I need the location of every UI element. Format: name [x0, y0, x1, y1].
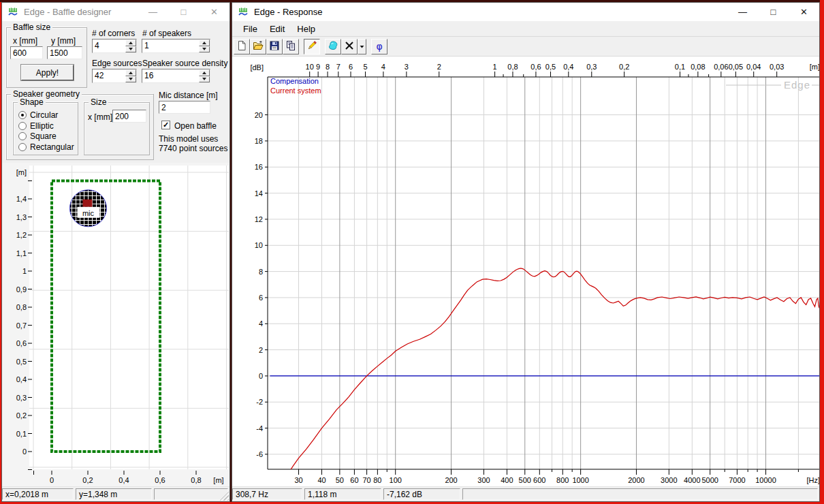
- status-extra: [154, 488, 228, 500]
- phi-icon: φ: [376, 41, 382, 52]
- minimize-button[interactable]: —: [727, 3, 758, 21]
- spin-down-button[interactable]: [199, 46, 210, 53]
- spin-down-button[interactable]: [125, 76, 136, 83]
- apply-button[interactable]: Apply!: [21, 65, 74, 80]
- baffle-y-tick: 0,8: [16, 303, 27, 311]
- y-tick-label: 4: [259, 319, 263, 328]
- baffle-y-tick: 1,3: [16, 213, 27, 221]
- draw-button[interactable]: [304, 39, 320, 54]
- y-tick-label: 14: [255, 189, 263, 198]
- speakers-spinner[interactable]: 1: [142, 39, 210, 53]
- baffle-y-tick: 0,5: [16, 358, 27, 366]
- y-tick-label: 12: [255, 215, 263, 223]
- shape-radio-rectangular[interactable]: Rectangular: [18, 142, 74, 152]
- new-button[interactable]: [234, 39, 250, 54]
- x-tick-label: 60: [350, 476, 358, 484]
- menu-edit[interactable]: Edit: [264, 22, 291, 35]
- speakers-value: 1: [144, 41, 149, 50]
- baffle-y-tick: 1,1: [16, 249, 27, 257]
- wavelength-tick-label: 0,2: [619, 63, 629, 71]
- resize-grip[interactable]: [219, 491, 229, 501]
- wavelength-tick-label: 0,05: [729, 63, 743, 71]
- shape-radio-circular[interactable]: Circular: [18, 110, 58, 120]
- x-tick-label: 3000: [661, 476, 677, 484]
- wavelength-tick-label: 3: [405, 63, 409, 71]
- source-density-value: 16: [144, 71, 153, 80]
- spin-up-button[interactable]: [199, 69, 210, 76]
- baffle-x-input[interactable]: [10, 46, 43, 59]
- new-document-icon: [236, 40, 247, 53]
- menu-help[interactable]: Help: [291, 22, 321, 35]
- delete-button[interactable]: [341, 39, 358, 54]
- close-button[interactable]: ✕: [789, 3, 819, 21]
- save-floppy-icon: [269, 40, 280, 53]
- desktop-strip-right: [820, 0, 824, 504]
- spin-up-button[interactable]: [125, 40, 136, 46]
- x-tick-label: 1000: [572, 476, 588, 484]
- radio-icon[interactable]: [18, 111, 27, 119]
- y-tick-label: 6: [259, 294, 263, 302]
- save-button[interactable]: [266, 39, 283, 54]
- shape-radio-label: Circular: [30, 110, 58, 120]
- radio-icon[interactable]: [18, 122, 27, 130]
- corners-value: 4: [95, 41, 99, 50]
- maximize-button[interactable]: □: [758, 3, 789, 21]
- baffle-x-unit: [m]: [213, 476, 223, 484]
- x-tick-label: 600: [533, 476, 545, 484]
- close-button[interactable]: ✕: [199, 3, 229, 21]
- copy-icon: [285, 40, 296, 53]
- open-folder-icon: [253, 40, 264, 53]
- response-window: Edge - Response — □ ✕ File Edit Help φ E…: [232, 2, 820, 502]
- shape-radio-square[interactable]: Square: [18, 131, 57, 141]
- y-tick-label: 16: [255, 163, 263, 171]
- spin-down-button[interactable]: [199, 76, 210, 83]
- spin-up-button[interactable]: [199, 40, 210, 46]
- size-x-input[interactable]: [112, 110, 146, 123]
- baffle-designer-titlebar[interactable]: Edge - Baffle designer — □ ✕: [2, 3, 229, 21]
- spin-up-button[interactable]: [125, 69, 136, 76]
- baffle-y-unit: [m]: [16, 168, 27, 176]
- delete-options-button[interactable]: [358, 39, 366, 54]
- edge-sources-spinner[interactable]: 42: [92, 69, 137, 83]
- baffle-plot[interactable]: [m]1,41,31,21,110,90,80,70,60,50,40,30,2…: [2, 163, 229, 488]
- minimize-button[interactable]: —: [138, 3, 168, 21]
- delete-x-icon: [344, 40, 355, 53]
- menu-file[interactable]: File: [237, 22, 264, 35]
- x-tick-label: 70: [362, 476, 370, 484]
- baffle-designer-window: Edge - Baffle designer — □ ✕ Baffle size…: [1, 2, 230, 502]
- spin-down-button[interactable]: [125, 46, 136, 53]
- x-tick-label: 5000: [701, 476, 718, 484]
- status-mic-y: y=1,348 m: [76, 488, 152, 500]
- window-title: Edge - Baffle designer: [24, 7, 138, 17]
- wavelength-tick-label: 0,3: [586, 63, 597, 71]
- open-button[interactable]: [250, 39, 266, 54]
- source-density-spinner[interactable]: 16: [142, 69, 210, 83]
- shape-radio-elliptic[interactable]: Elliptic: [18, 121, 54, 131]
- baffle-y-tick: 0,3: [16, 394, 27, 402]
- copy-button[interactable]: [283, 39, 299, 54]
- speaker[interactable]: mic: [69, 190, 106, 227]
- y-axis-unit: [dB]: [250, 63, 264, 72]
- phase-button[interactable]: φ: [371, 39, 387, 54]
- maximize-button[interactable]: □: [168, 3, 199, 21]
- x-tick-label: 40: [317, 476, 326, 484]
- response-chart[interactable]: Edge20181614121086420-2-4-6[dB]304050607…: [232, 57, 819, 488]
- smudge-button[interactable]: [325, 39, 341, 54]
- status-wavelength: 1,118 m: [304, 488, 381, 500]
- open-baffle-checkbox[interactable]: ✓: [161, 121, 170, 129]
- response-titlebar[interactable]: Edge - Response — □ ✕: [232, 3, 819, 21]
- baffle-x-label: x [mm]: [13, 36, 37, 46]
- speakers-label: # of speakers: [142, 29, 191, 38]
- baffle-x-tick: 0,2: [82, 476, 93, 484]
- corners-spinner[interactable]: 4: [92, 39, 137, 53]
- radio-icon[interactable]: [18, 132, 27, 140]
- x-tick-label: 50: [336, 476, 344, 484]
- legend-current-system: Current system: [270, 86, 321, 95]
- baffle-y-tick: 1,4: [16, 195, 27, 203]
- mic-distance-input[interactable]: [159, 101, 210, 114]
- radio-icon[interactable]: [18, 143, 27, 151]
- baffle-y-input[interactable]: [47, 46, 82, 59]
- shape-radio-label: Elliptic: [30, 121, 54, 131]
- wavelength-tick-label: 0,5: [545, 63, 556, 71]
- baffle-x-tick: 0,8: [191, 476, 201, 484]
